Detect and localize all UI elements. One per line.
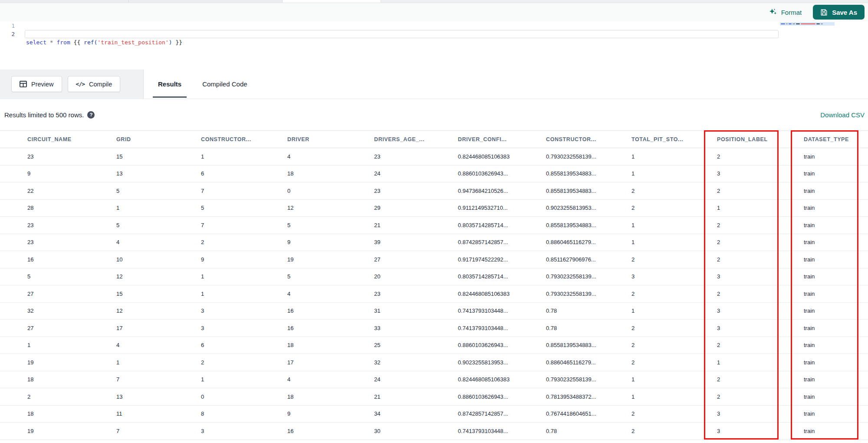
table-cell: 12 (260, 200, 347, 217)
table-cell: 9 (0, 165, 89, 182)
minimap-mark (801, 23, 815, 24)
results-limit-note: Results limited to 500 rows. ? (4, 99, 95, 130)
tab-results[interactable]: Results (153, 69, 187, 99)
table-cell: 2 (604, 182, 690, 199)
table-cell: 0.7930232558139... (519, 268, 604, 285)
table-cell: 1 (690, 354, 776, 371)
table-cell: 18 (0, 406, 89, 423)
table-cell: 0.8558139534883... (519, 217, 604, 234)
table-cell: 23 (0, 148, 89, 165)
table-cell: 0.9171974522292... (431, 251, 519, 268)
column-header: CIRCUIT_NAME (0, 131, 89, 148)
table-cell: 0.8860103626943... (431, 388, 519, 405)
table-cell: 1 (0, 337, 89, 354)
table-cell: 2 (690, 234, 776, 251)
table-row: 191217320.9023255813953...0.886046511627… (0, 354, 868, 371)
tab-compiled-code[interactable]: Compiled Code (197, 69, 252, 99)
column-header: TOTAL_PIT_STO... (604, 131, 690, 148)
table-cell: 10 (89, 251, 174, 268)
column-header: CONSTRUCTOR... (174, 131, 260, 148)
table-cell: 1 (174, 285, 260, 302)
table-cell: 2 (604, 320, 690, 337)
table-cell: 33 (347, 320, 431, 337)
code-token (46, 39, 50, 46)
table-cell: 0.8035714285714... (431, 217, 519, 234)
table-cell: train (776, 371, 868, 388)
table-cell: 3 (174, 320, 260, 337)
table-cell: 2 (690, 371, 776, 388)
table-cell: 5 (89, 182, 174, 199)
file-tab-strip (0, 0, 868, 3)
table-cell: 0.7930232558139... (519, 285, 604, 302)
table-cell: train (776, 406, 868, 423)
table-cell: 2 (604, 406, 690, 423)
editor-toolbar: Format Save As (0, 3, 868, 21)
save-icon (820, 9, 828, 16)
table-cell: 19 (0, 354, 89, 371)
column-header: DATASET_TYPE (776, 131, 868, 148)
table-cell: 27 (347, 251, 431, 268)
column-header: DRIVER (260, 131, 347, 148)
table-cell: 2 (604, 200, 690, 217)
file-tab-area (381, 0, 868, 3)
table-cell: 3 (174, 303, 260, 320)
table-cell: 24 (347, 371, 431, 388)
table-row: 18714240.8244680851063830.7930232558139.… (0, 371, 868, 389)
table-cell: 4 (260, 371, 347, 388)
table-cell: 6 (174, 165, 260, 182)
table-cell: 25 (347, 337, 431, 354)
table-cell: 0.7930232558139... (519, 371, 604, 388)
sql-editor[interactable]: 1 2 select * from {{ ref('train_test_pos… (0, 21, 868, 69)
table-cell: 1 (174, 268, 260, 285)
code-token: ref( (84, 39, 97, 46)
table-cell: 2 (690, 217, 776, 234)
table-cell: 2 (604, 423, 690, 440)
table-cell: 22 (0, 182, 89, 199)
file-tab[interactable] (129, 0, 283, 3)
table-header-row: CIRCUIT_NAMEGRIDCONSTRUCTOR...DRIVERDRIV… (0, 130, 868, 148)
table-cell: 31 (347, 303, 431, 320)
table-cell: 2 (174, 354, 260, 371)
table-body: 231514230.8244680851063830.7930232558139… (0, 148, 868, 440)
results-table: CIRCUIT_NAMEGRIDCONSTRUCTOR...DRIVERDRIV… (0, 130, 868, 440)
column-header: POSITION_LABEL (690, 131, 776, 148)
code-token: from (56, 39, 70, 46)
help-icon[interactable]: ? (87, 111, 95, 119)
minimap-mark (821, 23, 823, 24)
table-row: 231514230.8244680851063830.7930232558139… (0, 148, 868, 165)
table-cell: 32 (347, 354, 431, 371)
table-cell: 3 (690, 165, 776, 182)
minimap-mark (781, 23, 785, 24)
table-cell: train (776, 320, 868, 337)
format-label: Format (781, 9, 802, 16)
download-csv-link[interactable]: Download CSV (820, 99, 865, 130)
code-line[interactable]: select * from {{ ref('train_test_positio… (26, 38, 182, 46)
table-cell: 1 (604, 371, 690, 388)
code-token: }} (172, 39, 182, 46)
save-as-button[interactable]: Save As (813, 5, 865, 20)
table-cell: 20 (347, 268, 431, 285)
code-token: * (50, 39, 53, 46)
table-grid-icon (20, 81, 27, 87)
table-cell: 27 (0, 320, 89, 337)
table-cell: 18 (260, 337, 347, 354)
table-row: 181189340.8742857142857...0.767441860465… (0, 406, 868, 423)
table-cell: 3 (690, 406, 776, 423)
table-cell: 19 (0, 423, 89, 440)
table-row: 197316300.7413793103448...0.7823train (0, 423, 868, 440)
editor-minimap[interactable] (780, 22, 835, 26)
file-tab-active[interactable] (283, 0, 381, 3)
table-cell: 0.8511627906976... (519, 251, 604, 268)
table-cell: 0.8558139534883... (519, 165, 604, 182)
table-cell: 1 (604, 303, 690, 320)
code-token: {{ (74, 39, 84, 46)
table-cell: 6 (174, 337, 260, 354)
format-button[interactable]: Format (769, 8, 802, 17)
table-cell: train (776, 354, 868, 371)
file-tab[interactable] (0, 0, 129, 3)
table-cell: 23 (347, 182, 431, 199)
table-cell: 0.8742857142857... (431, 406, 519, 423)
compile-button[interactable]: </> Compile (68, 76, 121, 92)
preview-button[interactable]: Preview (11, 76, 62, 92)
table-cell: train (776, 148, 868, 165)
